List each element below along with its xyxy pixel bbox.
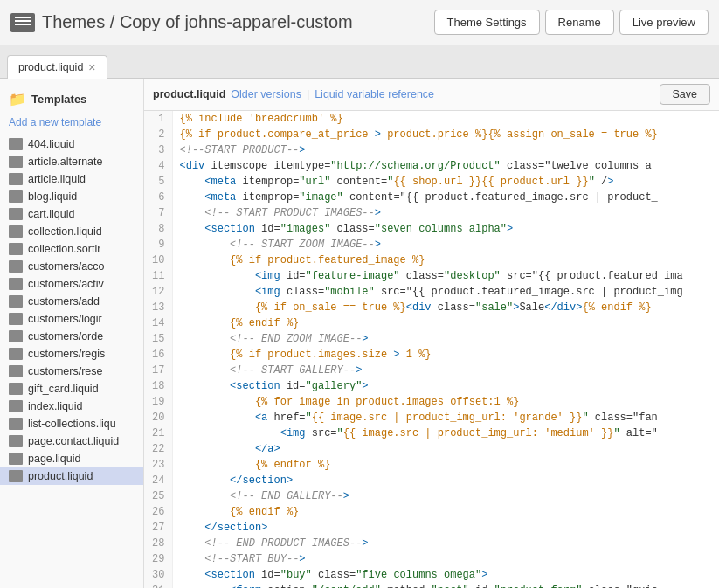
line-code: <img class="mobile" src="{{ product.feat…	[172, 284, 719, 300]
editor-header: product.liquid Older versions | Liquid v…	[144, 79, 719, 111]
tab-label: product.liquid	[18, 61, 83, 73]
header-buttons: Theme Settings Rename Live preview	[434, 10, 709, 35]
sidebar-item[interactable]: page.liquid	[0, 450, 143, 467]
sidebar-item-label: article.alternate	[28, 156, 102, 168]
line-number: 31	[144, 583, 172, 588]
sidebar-item[interactable]: 404.liquid	[0, 135, 143, 153]
file-icon	[9, 260, 23, 273]
sidebar-item-label: cart.liquid	[28, 208, 75, 220]
sidebar-item[interactable]: blog.liquid	[0, 188, 143, 205]
rename-button[interactable]: Rename	[545, 10, 614, 35]
table-row: 28 <!-- END PRODUCT IMAGES-->	[144, 536, 719, 551]
sidebar-item-label: index.liquid	[28, 400, 83, 412]
line-number: 12	[144, 284, 172, 300]
sidebar-item[interactable]: customers/activ	[0, 275, 143, 293]
line-code: </section>	[172, 520, 719, 536]
line-code: {% endfor %}	[172, 457, 719, 473]
sidebar-item[interactable]: customers/logir	[0, 310, 143, 328]
table-row: 22 </a>	[144, 441, 719, 457]
table-row: 15 <!-- END ZOOM IMAGE-->	[144, 331, 719, 347]
svg-rect-0	[15, 17, 31, 18]
sidebar-item[interactable]: customers/add	[0, 293, 143, 310]
themes-icon	[10, 13, 35, 32]
tab-product-liquid[interactable]: product.liquid ×	[7, 55, 107, 79]
line-number: 16	[144, 347, 172, 363]
line-number: 4	[144, 158, 172, 174]
line-number: 19	[144, 394, 172, 410]
file-icon	[9, 313, 23, 325]
sidebar-item[interactable]: customers/acco	[0, 258, 143, 275]
line-code: </a>	[172, 441, 719, 457]
sidebar-item[interactable]: article.liquid	[0, 170, 143, 188]
table-row: 7 <!-- START PRODUCT IMAGES-->	[144, 205, 719, 221]
file-icon	[9, 453, 23, 465]
line-number: 20	[144, 410, 172, 425]
header: Themes / Copy of johns-apparel-custom Th…	[0, 0, 719, 45]
live-preview-button[interactable]: Live preview	[619, 10, 709, 35]
line-code: <!-- START GALLERY-->	[172, 363, 719, 378]
sidebar-item[interactable]: index.liquid	[0, 398, 143, 415]
line-code: <!-- START ZOOM IMAGE-->	[172, 237, 719, 252]
sidebar-item[interactable]: product.liquid	[0, 467, 143, 485]
line-number: 8	[144, 221, 172, 237]
add-template-link[interactable]: Add a new template	[0, 113, 143, 135]
sidebar-item-label: article.liquid	[28, 173, 86, 185]
sidebar-item[interactable]: customers/rese	[0, 363, 143, 380]
sidebar-item[interactable]: article.alternate	[0, 153, 143, 170]
table-row: 10 {% if product.featured_image %}	[144, 252, 719, 268]
sidebar-item-label: customers/add	[28, 295, 100, 308]
table-row: 25 <!-- END GALLERY-->	[144, 488, 719, 504]
table-row: 13 {% if on_sale == true %}<div class="s…	[144, 300, 719, 315]
editor-filename: product.liquid	[153, 88, 225, 100]
line-code: <!-- END PRODUCT IMAGES-->	[172, 536, 719, 551]
line-code: {% if product.compare_at_price > product…	[172, 127, 719, 142]
sidebar-item[interactable]: list-collections.liqu	[0, 415, 143, 432]
table-row: 3<!--START PRODUCT-->	[144, 142, 719, 158]
line-code: {% if product.images.size > 1 %}	[172, 347, 719, 363]
sidebar-item-label: customers/logir	[28, 313, 102, 325]
line-number: 24	[144, 473, 172, 488]
sidebar-item-label: customers/rese	[28, 365, 102, 377]
file-icon	[9, 208, 23, 220]
tab-close-button[interactable]: ×	[88, 61, 95, 73]
table-row: 6 <meta itemprop="image" content="{{ pro…	[144, 190, 719, 205]
sidebar-item[interactable]: page.contact.liquid	[0, 432, 143, 450]
sidebar-item-label: gift_card.liquid	[28, 383, 99, 395]
sidebar-item-label: collection.sortir	[28, 243, 100, 255]
table-row: 11 <img id="feature-image" class="deskto…	[144, 268, 719, 284]
line-code: <a href="{{ image.src | product_img_url:…	[172, 410, 719, 425]
line-number: 29	[144, 551, 172, 567]
svg-rect-2	[15, 24, 31, 25]
line-number: 28	[144, 536, 172, 551]
line-code: {% include 'breadcrumb' %}	[172, 111, 719, 127]
sidebar-item[interactable]: collection.liquid	[0, 223, 143, 240]
line-code: <meta itemprop="image" content="{{ produ…	[172, 190, 719, 205]
line-number: 21	[144, 425, 172, 441]
sidebar: 📁 Templates Add a new template 404.liqui…	[0, 79, 144, 588]
table-row: 17 <!-- START GALLERY-->	[144, 363, 719, 378]
line-code: <form action="/cart/add" method="post" i…	[172, 583, 719, 588]
theme-settings-button[interactable]: Theme Settings	[434, 10, 540, 35]
sidebar-item[interactable]: customers/regis	[0, 345, 143, 363]
code-editor[interactable]: 1{% include 'breadcrumb' %}2{% if produc…	[144, 111, 719, 588]
line-number: 23	[144, 457, 172, 473]
line-code: <img src="{{ image.src | product_img_url…	[172, 425, 719, 441]
line-number: 3	[144, 142, 172, 158]
line-number: 5	[144, 174, 172, 190]
sidebar-item[interactable]: collection.sortir	[0, 240, 143, 258]
table-row: 5 <meta itemprop="url" content="{{ shop.…	[144, 174, 719, 190]
older-versions-link[interactable]: Older versions	[231, 88, 301, 100]
save-button[interactable]: Save	[660, 84, 711, 105]
sidebar-item[interactable]: customers/orde	[0, 328, 143, 345]
table-row: 20 <a href="{{ image.src | product_img_u…	[144, 410, 719, 425]
line-code: <!--START PRODUCT-->	[172, 142, 719, 158]
breadcrumb: Themes / Copy of johns-apparel-custom	[42, 12, 353, 32]
liquid-ref-link[interactable]: Liquid variable reference	[315, 88, 434, 100]
sidebar-item[interactable]: cart.liquid	[0, 205, 143, 223]
sidebar-item[interactable]: gift_card.liquid	[0, 380, 143, 398]
editor-header-left: product.liquid Older versions | Liquid v…	[153, 88, 434, 100]
table-row: 12 <img class="mobile" src="{{ product.f…	[144, 284, 719, 300]
sidebar-item-label: page.liquid	[28, 453, 80, 465]
main-area: 📁 Templates Add a new template 404.liqui…	[0, 79, 719, 588]
sidebar-item-label: product.liquid	[28, 470, 93, 482]
